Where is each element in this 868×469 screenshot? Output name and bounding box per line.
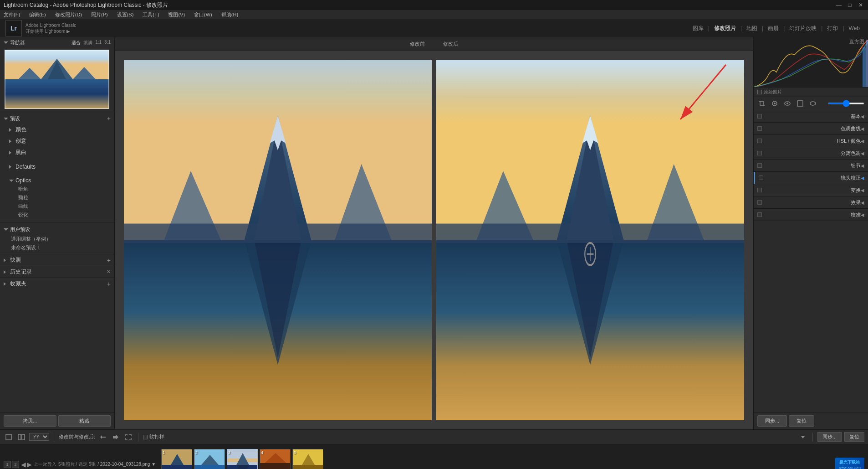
preset-color[interactable]: 颜色 (7, 125, 107, 134)
collections-add-icon[interactable]: + (107, 280, 111, 288)
original-photo-checkbox[interactable] (757, 90, 762, 94)
menu-file[interactable]: 文件(F) (2, 11, 22, 18)
hsl-section: HSL / 颜色 ◀ (754, 135, 868, 147)
preset-optics-curves[interactable]: 曲线 (7, 202, 107, 211)
lr-logo-line2[interactable]: 开始使用 Lightroom ▶ (26, 28, 76, 34)
module-web[interactable]: Web (846, 24, 863, 32)
hsl-section-header[interactable]: HSL / 颜色 ◀ (754, 135, 868, 147)
user-preset-unnamed[interactable]: 未命名预设 1 (0, 243, 114, 252)
filmstrip-item-2[interactable]: 2 (194, 449, 225, 469)
detail-title: 细节 (762, 162, 861, 169)
effects-title: 效果 (762, 199, 861, 206)
module-book[interactable]: 画册 (765, 24, 781, 33)
effects-toggle[interactable] (757, 200, 762, 205)
preset-color-label: 颜色 (15, 126, 26, 134)
transform-section-header[interactable]: 变换 ◀ (754, 184, 868, 196)
quick-section[interactable]: 快照 + (0, 254, 114, 266)
filmstrip-item-1[interactable]: 1 (161, 449, 192, 469)
zoom-fit[interactable]: 适合 (71, 40, 81, 46)
transform-toggle[interactable] (757, 188, 762, 192)
presets-add-icon[interactable]: + (107, 115, 111, 122)
presets-header[interactable]: 预设 + (0, 113, 114, 124)
preset-optics-grain[interactable]: 颗粒 (7, 193, 107, 202)
healing-tool[interactable] (770, 99, 779, 108)
filmstrip-next[interactable]: ▶ (27, 461, 32, 468)
tone-slider[interactable] (828, 103, 864, 104)
crop-tool[interactable] (757, 99, 766, 108)
menu-photo[interactable]: 照片(P) (89, 11, 110, 18)
filmstrip-prev[interactable]: ◀ (21, 461, 26, 468)
preset-optics-vignette[interactable]: 暗角 (7, 185, 107, 193)
zoom-3x[interactable]: 3:1 (104, 40, 111, 46)
module-develop[interactable]: 修改照片 (711, 24, 739, 33)
basic-section-header[interactable]: 基本 ◀ (754, 110, 868, 122)
preset-creative[interactable]: 创意 (7, 136, 107, 146)
history-section[interactable]: 历史记录 ✕ (0, 266, 114, 278)
history-close-icon[interactable]: ✕ (107, 269, 111, 275)
view-single-icon[interactable] (4, 432, 14, 442)
presets-toggle-icon (4, 118, 8, 120)
close-button[interactable]: ✕ (857, 1, 864, 9)
filmstrip-mode-icon1[interactable]: 1 (4, 461, 11, 468)
preset-optics[interactable]: Optics (7, 176, 107, 185)
basic-toggle[interactable] (757, 114, 762, 119)
zoom-fit-icon[interactable] (123, 432, 133, 442)
preset-optics-sharpening[interactable]: 锐化 (7, 211, 107, 219)
paste-button[interactable]: 粘贴 (58, 415, 111, 427)
red-eye-tool[interactable] (783, 99, 792, 108)
toolbar-dropdown-icon[interactable] (798, 432, 808, 442)
filmstrip-mode-icon2[interactable]: 2 (12, 461, 19, 468)
menu-view[interactable]: 视图(V) (166, 11, 187, 18)
tone-curve-arrow: ◀ (861, 126, 864, 131)
filmstrip-item-4[interactable]: 4 (260, 449, 291, 469)
lens-correction-toggle[interactable] (759, 175, 763, 180)
view-compare-icon[interactable] (16, 432, 26, 442)
preset-defaults[interactable]: Defaults (7, 163, 107, 171)
zoom-1x[interactable]: 1:1 (95, 40, 102, 46)
restore-button[interactable]: □ (846, 1, 853, 9)
filmstrip-item-3[interactable]: 3 (227, 449, 258, 469)
menu-develop[interactable]: 修改照片(D) (53, 11, 84, 18)
filmstrip-item-5[interactable]: 5 (292, 449, 323, 469)
quick-add-icon[interactable]: + (107, 257, 111, 264)
sync-button[interactable]: 同步... (757, 415, 787, 427)
menu-edit[interactable]: 编辑(E) (27, 11, 48, 18)
calibration-toggle[interactable] (757, 212, 762, 217)
sync-btn-toolbar[interactable]: 同步... (817, 432, 842, 442)
effects-section-header[interactable]: 效果 ◀ (754, 196, 868, 208)
detail-section-header[interactable]: 细节 ◀ (754, 160, 868, 171)
module-print[interactable]: 打印 (824, 24, 841, 33)
menu-tools[interactable]: 工具(T) (141, 11, 161, 18)
lens-correction-section-header[interactable]: 镜头校正 ◀ (755, 172, 868, 184)
menu-window[interactable]: 窗口(W) (192, 11, 214, 18)
calibration-section-header[interactable]: 校准 ◀ (754, 209, 868, 221)
user-presets-header[interactable]: 用户预设 (0, 224, 114, 235)
color-grading-toggle[interactable] (757, 151, 762, 155)
lr-logo-icon: Lr (5, 20, 22, 36)
copy-settings-icon[interactable] (111, 432, 121, 442)
menu-help[interactable]: 帮助(H) (220, 11, 240, 18)
preset-bw[interactable]: 黑白 (7, 148, 107, 157)
graduated-filter-tool[interactable] (796, 99, 805, 108)
module-library[interactable]: 图库 (690, 24, 706, 33)
copy-button[interactable]: 拷贝... (4, 415, 56, 427)
collections-section[interactable]: 收藏夹 + (0, 278, 114, 289)
module-slideshow[interactable]: 幻灯片放映 (786, 24, 819, 33)
module-map[interactable]: 地图 (744, 24, 760, 33)
view-mode-select[interactable]: YY YZ (29, 433, 49, 441)
zoom-fill[interactable]: 填满 (83, 40, 92, 46)
reset-button[interactable]: 复位 (789, 415, 814, 427)
soft-proof-checkbox[interactable] (143, 435, 148, 439)
swap-icon[interactable] (98, 432, 108, 442)
minimize-button[interactable]: — (835, 1, 842, 9)
reset-btn-toolbar[interactable]: 复位 (844, 432, 864, 442)
navigator-header[interactable]: 导航器 适合 填满 1:1 3:1 (0, 37, 114, 48)
radial-filter-tool[interactable] (808, 99, 817, 108)
color-grading-section-header[interactable]: 分离色调 ◀ (754, 147, 868, 159)
detail-toggle[interactable] (757, 163, 762, 168)
user-preset-general[interactable]: 通用调整（举例） (0, 235, 114, 243)
tone-curve-section-header[interactable]: 色调曲线 ◀ (754, 123, 868, 134)
tone-curve-toggle[interactable] (757, 126, 762, 131)
menu-settings[interactable]: 设置(S) (115, 11, 136, 18)
hsl-toggle[interactable] (757, 139, 762, 143)
